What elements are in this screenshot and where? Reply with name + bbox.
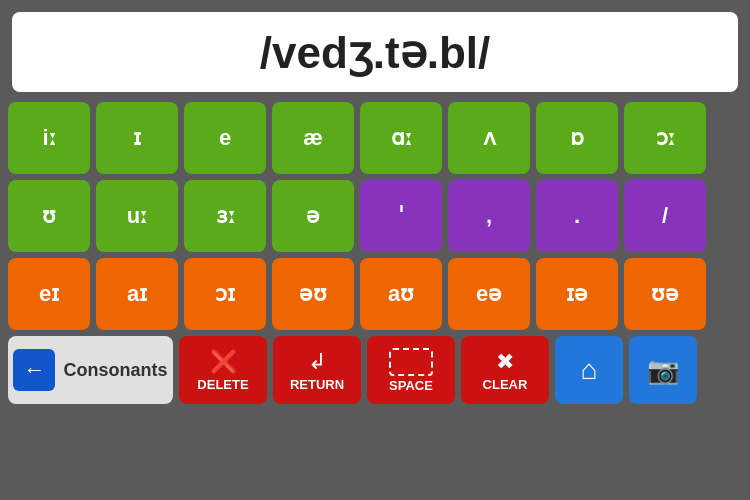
home-button[interactable]: ⌂ [555,336,623,404]
space-label: SPACE [389,378,433,393]
key-aa[interactable]: ɑː [360,102,442,174]
key-e[interactable]: e [184,102,266,174]
key-au[interactable]: aʊ [360,258,442,330]
return-icon: ↲ [308,349,326,375]
clear-icon: ✖ [496,349,514,375]
key-open-o[interactable]: ɔː [624,102,706,174]
consonants-button[interactable]: ← Consonants [8,336,173,404]
clear-label: CLEAR [483,377,528,392]
key-row-2: ʊ uː ɜː ə ˈ , . / [8,180,742,252]
key-row-3: eɪ aɪ ɔɪ əʊ aʊ eə ɪə ʊə [8,258,742,330]
key-comma[interactable]: , [448,180,530,252]
consonants-label: Consonants [63,360,167,381]
key-ii[interactable]: iː [8,102,90,174]
key-row-1: iː ɪ e æ ɑː ʌ ɒ ɔː [8,102,742,174]
bottom-row: ← Consonants ❌ DELETE ↲ RETURN SPACE ✖ C… [8,336,742,404]
display-text: /vedʒ.tə.bl/ [260,27,490,78]
key-ou[interactable]: əʊ [272,258,354,330]
key-slash[interactable]: / [624,180,706,252]
key-oi[interactable]: ɔɪ [184,258,266,330]
return-label: RETURN [290,377,344,392]
key-upsilon[interactable]: ʊ [8,180,90,252]
key-small-i[interactable]: ɪ [96,102,178,174]
space-icon [389,348,433,376]
key-ia[interactable]: ɪə [536,258,618,330]
key-ua[interactable]: ʊə [624,258,706,330]
clear-button[interactable]: ✖ CLEAR [461,336,549,404]
delete-button[interactable]: ❌ DELETE [179,336,267,404]
key-uu[interactable]: uː [96,180,178,252]
space-button[interactable]: SPACE [367,336,455,404]
key-ea[interactable]: eə [448,258,530,330]
return-button[interactable]: ↲ RETURN [273,336,361,404]
key-wedge[interactable]: ʌ [448,102,530,174]
delete-icon: ❌ [210,349,237,375]
key-primary-stress[interactable]: ˈ [360,180,442,252]
key-turned-o[interactable]: ɒ [536,102,618,174]
keyboard: iː ɪ e æ ɑː ʌ ɒ ɔː ʊ uː ɜː ə ˈ , . / eɪ … [0,102,750,404]
camera-icon: 📷 [647,355,679,386]
camera-button[interactable]: 📷 [629,336,697,404]
key-ai[interactable]: aɪ [96,258,178,330]
home-icon: ⌂ [581,354,598,386]
back-arrow-icon: ← [13,349,55,391]
key-schwa[interactable]: ə [272,180,354,252]
delete-label: DELETE [197,377,248,392]
display-bar: /vedʒ.tə.bl/ [12,12,738,92]
key-ei[interactable]: eɪ [8,258,90,330]
key-reversed-e[interactable]: ɜː [184,180,266,252]
key-ae[interactable]: æ [272,102,354,174]
key-period[interactable]: . [536,180,618,252]
